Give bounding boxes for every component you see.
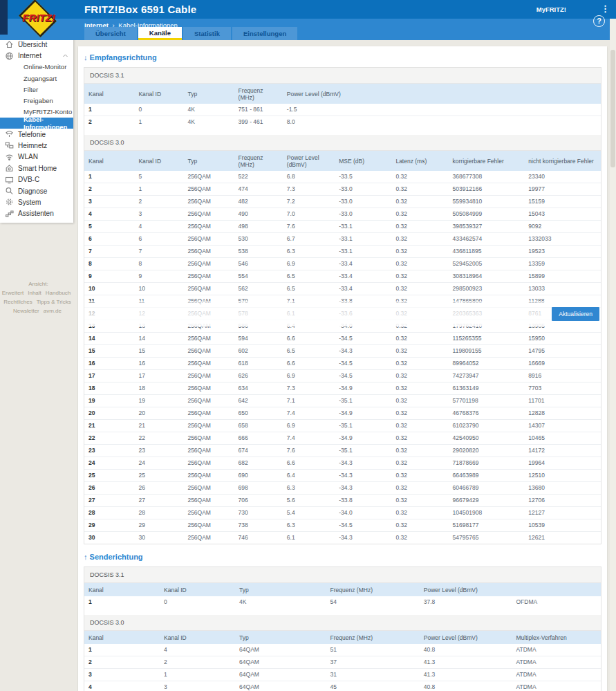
- tab-kanaele[interactable]: Kanäle: [138, 27, 182, 40]
- table-row: 21256QAM4747.3-33.00.3250391216619977: [84, 183, 601, 196]
- table-cell: 15: [84, 345, 134, 358]
- table-cell: 0.32: [391, 246, 448, 258]
- table-cell: 14: [84, 333, 134, 345]
- table-row: 3030256QAM7466.1-34.30.325479576512621: [84, 532, 601, 544]
- sidebar-item-zugangsart[interactable]: Zugangsart: [0, 73, 73, 84]
- table-cell: -33.1: [335, 246, 391, 258]
- sidebar-item-diagnose[interactable]: Diagnose: [0, 185, 73, 196]
- table-cell: -33.4: [335, 283, 391, 295]
- table-cell: 16669: [524, 358, 601, 370]
- table-cell: -33.1: [335, 221, 391, 233]
- sidebar-item-wlan[interactable]: WLAN: [0, 151, 73, 163]
- tab-einstellungen[interactable]: Einstellungen: [232, 27, 297, 40]
- table-cell: 5.4: [283, 507, 335, 519]
- tab-statistik[interactable]: Statistik: [183, 27, 231, 40]
- table-cell: 4: [84, 681, 160, 691]
- column-header: MSE (dB): [335, 151, 391, 171]
- sidebar-item-telefonie[interactable]: Telefonie: [0, 129, 73, 140]
- help-icon[interactable]: ?: [593, 15, 605, 27]
- table-cell: -34.3: [335, 482, 391, 495]
- scrollbar-track[interactable]: [610, 19, 616, 691]
- table-cell: 559934810: [449, 196, 525, 208]
- table-cell: 2: [84, 116, 134, 129]
- phone-icon: [5, 130, 14, 139]
- sidebar-item-kabel-informationen[interactable]: Kabel-Informationen: [0, 118, 73, 129]
- table-cell: 738: [234, 519, 283, 532]
- table-cell: 618: [234, 358, 283, 370]
- sidebar-item-freigaben[interactable]: Freigaben: [0, 95, 73, 106]
- table-cell: 690: [234, 470, 283, 482]
- table-cell: 26: [134, 482, 183, 495]
- table-cell: 22: [84, 432, 134, 445]
- tab-uebersicht[interactable]: Übersicht: [84, 27, 137, 40]
- column-header: Typ: [235, 631, 326, 644]
- table-cell: 29: [134, 519, 183, 532]
- table-cell: 19964: [524, 457, 601, 470]
- column-header: Frequenz (MHz): [234, 151, 283, 171]
- table-cell: 0.32: [391, 519, 448, 532]
- table-cell: 0.32: [391, 383, 448, 395]
- table-cell: 31: [326, 669, 420, 681]
- globe-icon: [5, 51, 14, 60]
- section-senderichtung[interactable]: ↑ Senderichtung: [84, 553, 601, 562]
- myfritz-link[interactable]: MyFRITZ!: [536, 6, 566, 13]
- footer-link-rechtliches[interactable]: Rechtliches: [3, 299, 32, 305]
- table-cell: 41.3: [420, 656, 512, 669]
- send-docsis31-table: KanalKanal IDTypFrequenz (MHz)Power Leve…: [84, 583, 601, 608]
- table-cell: 14795: [524, 345, 601, 358]
- table-cell: 0.32: [391, 233, 448, 246]
- sidebar-item-smart-home[interactable]: Smart Home: [0, 163, 73, 174]
- sidebar-item-heimnetz[interactable]: Heimnetz: [0, 140, 73, 151]
- footer-link-newsletter[interactable]: Newsletter: [13, 308, 39, 314]
- sidebar-item-online-monitor[interactable]: Online-Monitor: [0, 62, 73, 73]
- table-cell: 21: [134, 420, 183, 432]
- sidebar-item-dvb-c[interactable]: DVB-C: [0, 174, 73, 185]
- sidebar-item-assistenten[interactable]: Assistenten: [0, 208, 73, 219]
- footer-link-handbuch[interactable]: Handbuch: [46, 290, 71, 296]
- sidebar-item-system[interactable]: System: [0, 196, 73, 208]
- sidebar-item-filter[interactable]: Filter: [0, 84, 73, 95]
- table-cell: 7.4: [283, 407, 335, 420]
- table-row: 1464QAM5140.8ATDMA: [84, 644, 601, 656]
- table-cell: 0.32: [391, 432, 448, 445]
- footer-link-avmde[interactable]: avm.de: [44, 308, 62, 314]
- table-cell: 14307: [524, 420, 601, 432]
- table-cell: 64QAM: [235, 669, 326, 681]
- table-cell: 71878669: [449, 457, 525, 470]
- table-cell: 4K: [183, 116, 234, 129]
- table-cell: -34.9: [335, 432, 391, 445]
- table-row: 15256QAM5226.8-33.50.3236867730823340: [84, 171, 601, 183]
- footer-link-inhalt[interactable]: Inhalt: [28, 290, 41, 296]
- sidebar-item-internet[interactable]: Internet: [0, 50, 73, 61]
- table-row: 2264QAM3741.3ATDMA: [84, 656, 601, 669]
- table-cell: 399 - 461: [234, 116, 283, 129]
- table-cell: 64QAM: [235, 656, 326, 669]
- column-header: Kanal ID: [160, 631, 235, 644]
- refresh-button[interactable]: Aktualisieren: [552, 307, 599, 321]
- fritz-logo[interactable]: FRITZ!: [15, 1, 63, 35]
- table-cell: -33.4: [335, 258, 391, 270]
- table-row: 2323256QAM6747.6-35.10.322902082014172: [84, 445, 601, 457]
- table-cell: 650: [234, 407, 283, 420]
- footer-link-tipps[interactable]: Tipps & Tricks: [37, 299, 71, 305]
- table-cell: 634: [234, 383, 283, 395]
- table-row: 2424256QAM6826.6-34.30.327187866919964: [84, 457, 601, 470]
- gear-icon: [5, 198, 14, 207]
- table-cell: 25: [134, 470, 183, 482]
- column-header: Kanal ID: [160, 583, 235, 596]
- table-cell: 4: [160, 644, 235, 656]
- sidebar-item-uebersicht[interactable]: Übersicht: [0, 39, 73, 50]
- table-cell: 6.6: [283, 358, 335, 370]
- sidebar: Übersicht Internet Online-Monitor Zugang…: [0, 35, 73, 223]
- up-arrow-icon: ↑: [84, 553, 88, 561]
- table-cell: 64QAM: [235, 644, 326, 656]
- kebab-menu-icon[interactable]: ⋮: [601, 3, 610, 15]
- table-cell: 12127: [524, 507, 601, 519]
- section-empfangsrichtung[interactable]: ↓ Empfangsrichtung: [84, 53, 601, 62]
- table-cell: 29: [84, 519, 134, 532]
- table-cell: 505084999: [449, 208, 525, 221]
- table-row: 2121256QAM6586.9-35.10.326102379014307: [84, 420, 601, 432]
- scrollbar-thumb[interactable]: [610, 50, 615, 167]
- column-header: Frequenz (MHz): [234, 84, 283, 104]
- table-cell: 6: [84, 233, 134, 246]
